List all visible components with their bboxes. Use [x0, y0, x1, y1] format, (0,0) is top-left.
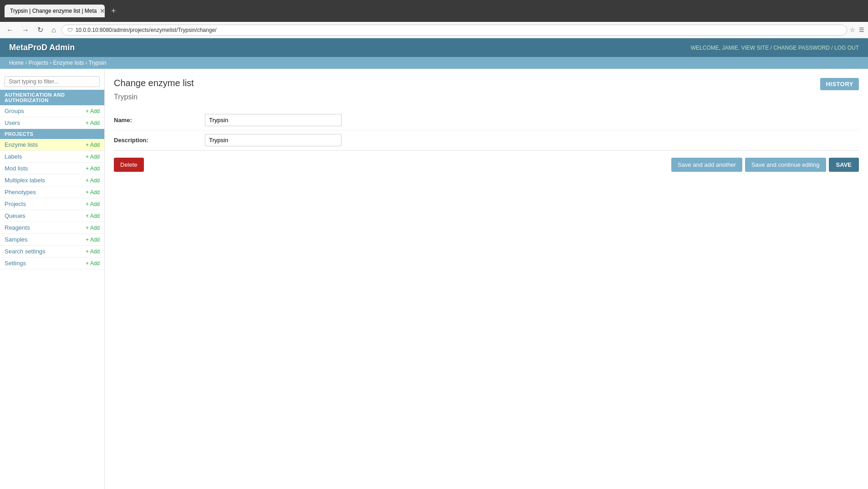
sidebar-samples-add[interactable]: + Add: [86, 237, 100, 243]
breadcrumb-sep3: ›: [85, 60, 88, 66]
description-input[interactable]: [205, 134, 342, 146]
view-site-link[interactable]: VIEW SITE: [741, 45, 769, 51]
sidebar-samples-link[interactable]: Samples: [5, 236, 28, 243]
breadcrumb-sep2: ›: [50, 60, 53, 66]
header-user: WELCOME, JAMIE. VIEW SITE / CHANGE PASSW…: [691, 45, 859, 51]
sidebar-item-phenotypes: Phenotypes + Add: [0, 186, 104, 198]
security-icon: 🛡: [67, 27, 73, 33]
sidebar-item-search-settings: Search settings + Add: [0, 246, 104, 257]
sidebar: AUTHENTICATION AND AUTHORIZATION Groups …: [0, 69, 105, 489]
sidebar-item-reagents: Reagents + Add: [0, 222, 104, 234]
sidebar-section-auth: AUTHENTICATION AND AUTHORIZATION: [0, 90, 104, 105]
sidebar-item-groups: Groups + Add: [0, 105, 104, 117]
sidebar-users-link[interactable]: Users: [5, 119, 20, 126]
save-and-continue-button[interactable]: Save and continue editing: [745, 158, 826, 172]
sidebar-queues-add[interactable]: + Add: [86, 213, 100, 219]
save-button[interactable]: SAVE: [829, 158, 859, 172]
browser-tab[interactable]: Trypsin | Change enzyme list | Meta ✕: [5, 5, 105, 17]
form-actions: Delete Save and add another Save and con…: [114, 150, 859, 179]
save-and-add-button[interactable]: Save and add another: [671, 158, 742, 172]
sidebar-groups-link[interactable]: Groups: [5, 108, 24, 114]
sidebar-search-settings-link[interactable]: Search settings: [5, 248, 46, 255]
sidebar-filter-container: [0, 73, 104, 90]
home-button[interactable]: ⌂: [49, 24, 59, 36]
breadcrumb-projects[interactable]: Projects: [29, 60, 48, 66]
change-password-link[interactable]: CHANGE PASSWORD: [773, 45, 830, 51]
sidebar-phenotypes-link[interactable]: Phenotypes: [5, 189, 36, 196]
sidebar-item-labels: Labels + Add: [0, 151, 104, 163]
address-bar[interactable]: 🛡 10.0.0.10:8080/admin/projects/enzymeli…: [61, 25, 847, 36]
description-label: Description:: [114, 134, 205, 146]
sidebar-item-samples: Samples + Add: [0, 234, 104, 246]
forward-button[interactable]: →: [19, 24, 32, 36]
sidebar-filter-input[interactable]: [5, 76, 100, 87]
breadcrumb-sep1: ›: [25, 60, 28, 66]
new-tab-button[interactable]: +: [108, 6, 119, 16]
sidebar-enzyme-lists-add[interactable]: + Add: [86, 142, 100, 148]
sidebar-item-projects: Projects + Add: [0, 198, 104, 210]
sidebar-item-enzyme-lists: Enzyme lists + Add: [0, 139, 104, 151]
sidebar-section-projects: PROJECTS: [0, 129, 104, 139]
sidebar-multiplex-labels-link[interactable]: Multiplex labels: [5, 177, 45, 184]
bookmarks-icon[interactable]: ☆: [850, 26, 855, 33]
browser-nav: ← → ↻ ⌂ 🛡 10.0.0.10:8080/admin/projects/…: [0, 22, 868, 38]
back-button[interactable]: ←: [4, 24, 16, 36]
sidebar-item-settings: Settings + Add: [0, 257, 104, 269]
content-area: Change enzyme list HISTORY Trypsin Name:…: [105, 69, 868, 489]
sidebar-mod-lists-link[interactable]: Mod lists: [5, 165, 28, 172]
sidebar-users-add[interactable]: + Add: [86, 120, 100, 126]
sidebar-settings-add[interactable]: + Add: [86, 260, 100, 267]
close-tab-icon[interactable]: ✕: [100, 7, 105, 15]
app-title: MetaProD Admin: [9, 43, 75, 52]
breadcrumb-current: Trypsin: [89, 60, 107, 66]
sidebar-enzyme-lists-link[interactable]: Enzyme lists: [5, 141, 38, 148]
page-title: Change enzyme list: [114, 78, 194, 88]
sidebar-labels-add[interactable]: + Add: [86, 154, 100, 160]
sidebar-mod-lists-add[interactable]: + Add: [86, 165, 100, 172]
sidebar-item-multiplex-labels: Multiplex labels + Add: [0, 175, 104, 186]
sidebar-reagents-link[interactable]: Reagents: [5, 224, 30, 231]
object-title: Trypsin: [114, 93, 859, 101]
sidebar-groups-add[interactable]: + Add: [86, 108, 100, 114]
url-text: 10.0.0.10:8080/admin/projects/enzymelist…: [76, 27, 217, 33]
sidebar-projects-link[interactable]: Projects: [5, 201, 26, 207]
sidebar-search-settings-add[interactable]: + Add: [86, 248, 100, 255]
enzyme-list-form: Name: Description: Delete Save and add a…: [114, 110, 859, 179]
save-actions: Save and add another Save and continue e…: [671, 158, 859, 172]
browser-tools: ☆ ☰: [850, 26, 864, 33]
reload-button[interactable]: ↻: [35, 24, 46, 36]
delete-button[interactable]: Delete: [114, 158, 144, 172]
sidebar-queues-link[interactable]: Queues: [5, 212, 26, 219]
sidebar-settings-link[interactable]: Settings: [5, 260, 26, 267]
sidebar-phenotypes-add[interactable]: + Add: [86, 189, 100, 196]
name-field-row: Name:: [114, 110, 859, 130]
history-button[interactable]: HISTORY: [820, 78, 859, 90]
breadcrumb-enzyme-lists[interactable]: Enzyme lists: [53, 60, 84, 66]
breadcrumb-home[interactable]: Home: [9, 60, 24, 66]
browser-chrome: Trypsin | Change enzyme list | Meta ✕ +: [0, 0, 868, 22]
app-header: MetaProD Admin WELCOME, JAMIE. VIEW SITE…: [0, 38, 868, 57]
sidebar-item-users: Users + Add: [0, 117, 104, 129]
name-label: Name:: [114, 114, 205, 126]
menu-icon[interactable]: ☰: [859, 26, 864, 33]
welcome-text: WELCOME, JAMIE.: [691, 45, 740, 51]
sidebar-multiplex-labels-add[interactable]: + Add: [86, 177, 100, 184]
main-layout: AUTHENTICATION AND AUTHORIZATION Groups …: [0, 69, 868, 489]
sidebar-reagents-add[interactable]: + Add: [86, 225, 100, 231]
sidebar-item-mod-lists: Mod lists + Add: [0, 163, 104, 175]
tab-title: Trypsin | Change enzyme list | Meta: [10, 8, 97, 14]
sidebar-item-queues: Queues + Add: [0, 210, 104, 222]
logout-link[interactable]: LOG OUT: [834, 45, 859, 51]
name-input[interactable]: [205, 114, 342, 126]
name-field-container: [205, 114, 342, 126]
description-field-row: Description:: [114, 130, 859, 150]
sidebar-projects-add[interactable]: + Add: [86, 201, 100, 207]
sidebar-labels-link[interactable]: Labels: [5, 153, 22, 160]
breadcrumb: Home › Projects › Enzyme lists › Trypsin: [0, 57, 868, 69]
description-field-container: [205, 134, 342, 146]
